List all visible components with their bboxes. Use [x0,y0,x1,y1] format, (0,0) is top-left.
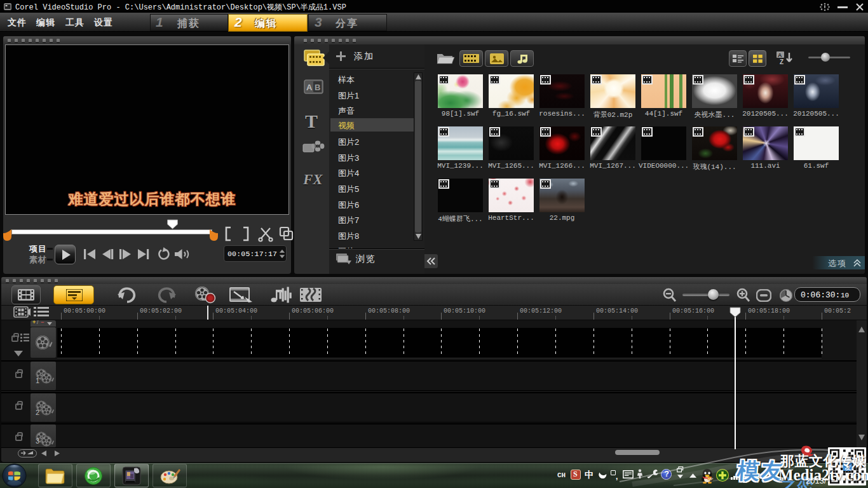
svg-text:VP: VP [708,477,713,481]
svg-text:B: B [315,83,320,92]
svg-text:1: 1 [36,377,39,384]
svg-text:A: A [306,83,313,92]
svg-text:A: A [778,52,782,58]
svg-text:2: 2 [36,409,39,416]
svg-text:3: 3 [36,437,39,445]
svg-text:Z: Z [780,58,783,65]
